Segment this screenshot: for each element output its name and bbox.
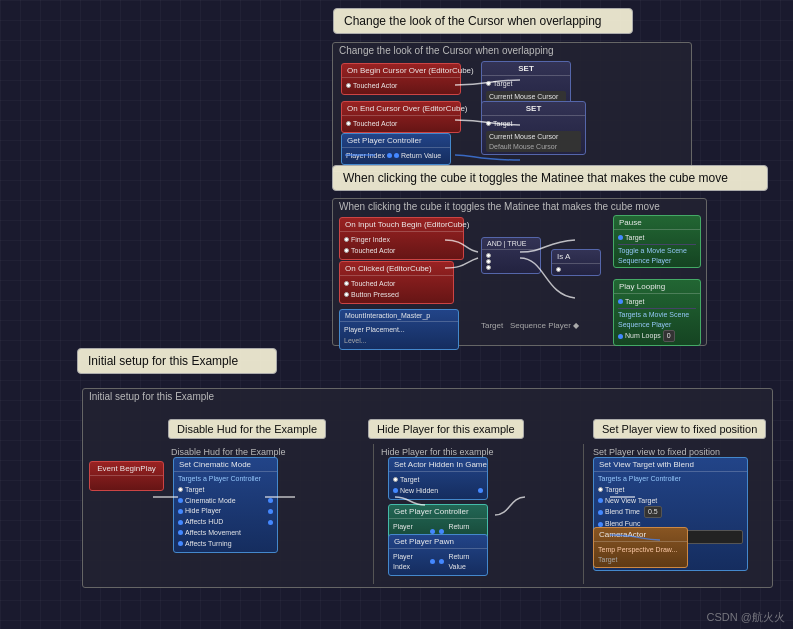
get-player-controller-node-top: Get Player Controller Player IndexReturn… [341,133,451,165]
watermark: CSDN @航火火 [707,610,785,625]
initial-setup-label: Initial setup for this Example [83,389,772,404]
and-true-node: AND | TRUE [481,237,541,274]
event-begin-play-node: Event BeginPlay [89,461,164,491]
middle-tooltip: When clicking the cube it toggles the Ma… [332,165,768,191]
hide-player-sublabel: Hide Player for this example [381,447,494,457]
pause-node: Pause Target Toggle a Movie Scene Sequen… [613,215,701,268]
hide-player-tooltip: Hide Player for this example [368,419,524,439]
initial-setup-tooltip: Initial setup for this Example [77,348,277,374]
disable-hud-sublabel: Disable Hud for the Example [171,447,286,457]
begin-cursor-over-node: On Begin Cursor Over (EditorCube) Touche… [341,63,461,95]
is-a-node: Is A [551,249,601,276]
get-player-pawn-node: Get Player Pawn Player IndexReturn Value [388,534,488,576]
play-looping-node: Play Looping Target Targets a Movie Scen… [613,279,701,346]
end-cursor-over-node: On End Cursor Over (EditorCube) Touched … [341,101,461,133]
camera-actor-node: CameraActor Temp Perspective Draw... Tar… [593,527,688,568]
input-touch-begin-node: On Input Touch Begin (EditorCube) Finger… [339,217,464,260]
set-node-2: SET Target Current Mouse Cursor Default … [481,101,586,155]
matinee-panel: When clicking the cube it toggles the Ma… [332,198,707,346]
divider-2 [583,444,584,584]
disable-hud-tooltip: Disable Hud for the Example [168,419,326,439]
top-tooltip: Change the look of the Cursor when overl… [333,8,633,34]
matinee-panel-label: When clicking the cube it toggles the Ma… [333,199,706,214]
on-clicked-node: On Clicked (EditorCube) Touched Actor Bu… [339,261,454,304]
target-sequence-label: Target Sequence Player ◆ [481,321,579,330]
set-player-tooltip: Set Player view to fixed position [593,419,766,439]
set-player-sublabel: Set Player view to fixed position [593,447,720,457]
initial-setup-panel: Initial setup for this Example Disable H… [82,388,773,588]
set-cinematic-mode-node: Set Cinematic Mode Targets a Player Cont… [173,457,278,553]
divider-1 [373,444,374,584]
cursor-panel-label: Change the look of the Cursor when overl… [333,43,691,58]
set-actor-hidden-node: Set Actor Hidden In Game Target New Hidd… [388,457,488,500]
mount-interaction-node: MountInteraction_Master_p Player Placeme… [339,309,459,350]
cursor-panel: Change the look of the Cursor when overl… [332,42,692,172]
